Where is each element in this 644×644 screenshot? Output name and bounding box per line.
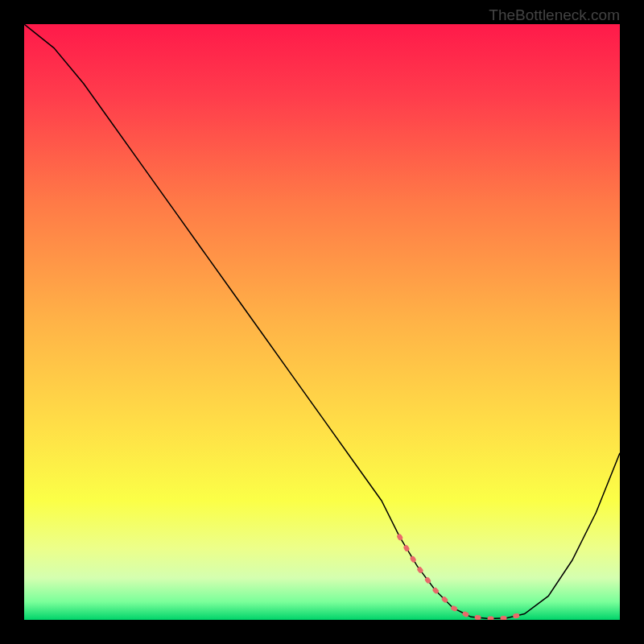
watermark-text: TheBottleneck.com (489, 6, 620, 24)
chart-container: TheBottleneck.com (0, 0, 644, 644)
optimal-range-marker (399, 536, 524, 618)
bottleneck-curve (24, 24, 620, 619)
curve-layer (24, 24, 620, 620)
plot-area (24, 24, 620, 620)
